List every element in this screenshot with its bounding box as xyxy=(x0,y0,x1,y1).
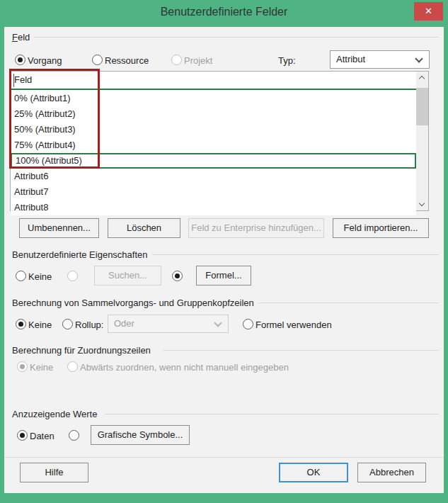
field-group-label: Feld xyxy=(12,32,34,43)
radio-rollup[interactable] xyxy=(62,319,73,329)
radio-properties-none-label: Keine xyxy=(28,271,52,282)
radio-rollup-none-label: Keine xyxy=(28,320,52,330)
chevron-up-icon xyxy=(419,76,425,81)
radio-data[interactable] xyxy=(17,430,28,441)
radio-rolldown xyxy=(67,361,78,372)
lookup-button: Suchen... xyxy=(94,266,161,286)
close-icon: ✕ xyxy=(425,6,432,16)
radio-lookup xyxy=(67,271,78,281)
import-field-button[interactable]: Feld importieren... xyxy=(333,218,429,238)
rollup-combobox: Oder xyxy=(108,315,229,333)
footer-divider xyxy=(4,457,444,458)
list-item[interactable]: 75% (Attribut4) xyxy=(11,137,416,153)
list-item[interactable]: 0% (Attribut1) xyxy=(11,91,416,106)
radio-graphical[interactable] xyxy=(69,430,79,441)
ok-button[interactable]: OK xyxy=(279,463,348,482)
radio-vorgang[interactable] xyxy=(15,55,25,65)
list-item[interactable]: 50% (Attribut3) xyxy=(11,122,416,137)
field-listbox: Feld 0% (Attribut1) 25% (Attribut2) 50% … xyxy=(10,71,429,211)
field-list-header[interactable]: Feld xyxy=(11,72,416,90)
scrollbar-up-button[interactable] xyxy=(416,72,428,84)
radio-formula[interactable] xyxy=(172,271,183,281)
close-button[interactable]: ✕ xyxy=(414,2,443,21)
chevron-down-icon xyxy=(419,200,425,206)
scrollbar-thumb[interactable] xyxy=(416,88,428,125)
help-button[interactable]: Hilfe xyxy=(20,463,88,482)
radio-ressource-label: Ressource xyxy=(105,55,149,66)
custom-properties-group-label: Benutzerdefinierte Eigenschaften xyxy=(12,249,152,260)
radio-use-formula[interactable] xyxy=(243,319,253,329)
field-list-header-label: Feld xyxy=(14,74,32,85)
custom-fields-dialog: Benutzerdefinierte Felder ✕ Feld Vorgang… xyxy=(0,0,448,503)
radio-rollup-label: Rollup: xyxy=(75,320,103,330)
list-item-selected[interactable]: 100% (Attribut5) xyxy=(11,153,416,169)
radio-projekt-label: Projekt xyxy=(184,55,212,66)
radio-projekt xyxy=(171,55,182,65)
rollup-group-rule xyxy=(241,303,439,303)
rename-button[interactable]: Umbenennen... xyxy=(19,218,99,238)
radio-rollup-none[interactable] xyxy=(16,319,26,329)
radio-use-formula-label: Formel verwenden xyxy=(255,320,332,330)
values-group-label: Anzuzeigende Werte xyxy=(12,409,101,419)
rollup-group-label: Berechnung von Sammelvorgangs- und Grupp… xyxy=(12,298,258,308)
scrollbar-down-button[interactable] xyxy=(416,198,428,210)
radio-assignment-none xyxy=(17,361,28,372)
dialog-title: Benutzerdefinierte Felder xyxy=(0,0,448,24)
type-combobox-value: Attribut xyxy=(336,51,365,68)
list-item[interactable]: Attribut7 xyxy=(11,184,416,200)
chevron-down-icon xyxy=(415,55,423,62)
type-label: Typ: xyxy=(278,55,296,66)
add-to-enterprise-button: Feld zu Enterprise hinzufügen... xyxy=(188,218,324,238)
radio-rolldown-label: Abwärts zuordnen, wenn nicht manuell ein… xyxy=(80,362,289,373)
delete-button[interactable]: Löschen xyxy=(108,218,180,238)
list-scrollbar[interactable] xyxy=(416,72,428,210)
chevron-down-icon xyxy=(214,319,222,327)
field-list-rows: 0% (Attribut1) 25% (Attribut2) 50% (Attr… xyxy=(11,91,416,215)
field-group-rule xyxy=(34,37,439,38)
radio-data-label: Daten xyxy=(30,431,54,441)
type-combobox[interactable]: Attribut xyxy=(330,50,430,69)
custom-properties-rule xyxy=(150,254,439,255)
values-group-rule xyxy=(105,414,439,414)
radio-assignment-none-label: Keine xyxy=(30,362,53,373)
cancel-button[interactable]: Abbrechen xyxy=(357,463,426,482)
radio-vorgang-label: Vorgang xyxy=(28,55,62,66)
list-item[interactable]: Attribut6 xyxy=(11,169,416,184)
list-item[interactable]: 25% (Attribut2) xyxy=(11,106,416,122)
title-bar: Benutzerdefinierte Felder ✕ xyxy=(0,0,448,27)
radio-ressource[interactable] xyxy=(92,55,103,65)
assignment-group-rule xyxy=(163,350,439,351)
graphical-indicators-button[interactable]: Grafische Symbole... xyxy=(91,425,190,445)
list-item[interactable]: Attribut8 xyxy=(11,200,416,215)
formula-button[interactable]: Formel... xyxy=(196,266,251,286)
assignment-group-label: Berechnung für Zuordnungszeilen xyxy=(12,345,155,356)
radio-properties-none[interactable] xyxy=(16,271,26,281)
header-divider xyxy=(13,74,14,87)
rollup-combobox-value: Oder xyxy=(114,315,134,332)
